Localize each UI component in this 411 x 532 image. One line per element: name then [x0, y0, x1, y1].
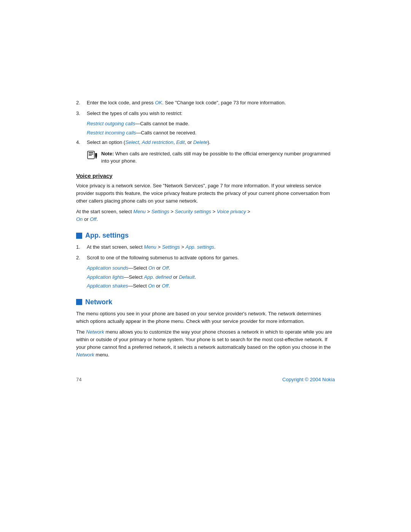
restrict-outgoing: Restrict outgoing calls—Calls cannot be …: [87, 120, 335, 128]
security-settings-link[interactable]: Security settings: [175, 209, 211, 214]
app-settings-link[interactable]: App. settings: [185, 244, 214, 250]
restrict-incoming-link[interactable]: Restrict incoming calls: [87, 130, 136, 136]
note-body: When calls are restricted, calls still m…: [101, 151, 330, 164]
page-content: 2. Enter the lock code, and press OK. Se…: [76, 0, 335, 420]
app-lights-default[interactable]: Default: [179, 274, 194, 280]
app-sounds-on[interactable]: On: [148, 265, 155, 271]
app-settings-icon: [76, 233, 82, 239]
svg-rect-3: [89, 155, 92, 156]
select-link[interactable]: Select: [125, 139, 139, 145]
note-text: Note: When calls are restricted, calls s…: [101, 150, 335, 165]
restrict-outgoing-text: —Calls cannot be made.: [135, 121, 189, 126]
list-num-3: 3.: [76, 110, 87, 117]
list-item-3: 3. Select the types of calls you wish to…: [76, 110, 335, 117]
app-shakes-link[interactable]: Application shakes: [87, 283, 128, 289]
app-lights-item: Application lights—Select App. defined o…: [87, 273, 335, 281]
list-content-2: Enter the lock code, and press OK. See "…: [87, 99, 335, 107]
network-link2[interactable]: Network: [76, 352, 94, 358]
restrict-outgoing-link[interactable]: Restrict outgoing calls: [87, 121, 135, 126]
svg-rect-5: [96, 157, 97, 158]
voice-privacy-para1: Voice privacy is a network service. See …: [76, 182, 335, 205]
page-footer: 74 Copyright © 2004 Nokia: [76, 374, 335, 382]
app-sounds-off[interactable]: Off: [162, 265, 169, 271]
note-icon: [87, 151, 97, 159]
app-step2-num: 2.: [76, 254, 87, 262]
note-bold: Note:: [101, 151, 114, 157]
app-settings-heading-container: App. settings: [76, 232, 335, 240]
settings-link-vp[interactable]: Settings: [151, 209, 169, 214]
app-lights-link[interactable]: Application lights: [87, 274, 124, 280]
app-step2-content: Scroll to one of the following submenus …: [87, 254, 335, 262]
network-link1[interactable]: Network: [86, 329, 104, 335]
add-restriction-link[interactable]: Add restriction: [142, 139, 174, 145]
footer-copyright: Copyright © 2004 Nokia: [282, 377, 335, 382]
voice-privacy-para2: At the start screen, select Menu > Setti…: [76, 208, 335, 223]
app-sounds-item: Application sounds—Select On or Off.: [87, 264, 335, 272]
edit-link[interactable]: Edit: [176, 139, 185, 145]
menu-link-as[interactable]: Menu: [144, 244, 156, 250]
app-settings-title: App. settings: [85, 232, 129, 240]
app-step1-num: 1.: [76, 243, 87, 251]
list-item-4: 4. Select an option (Select, Add restric…: [76, 139, 335, 146]
svg-rect-2: [89, 154, 93, 155]
restrict-incoming: Restrict incoming calls—Calls cannot be …: [87, 129, 335, 137]
menu-link-vp[interactable]: Menu: [133, 209, 146, 214]
network-para1: The menu options you see in your phone a…: [76, 310, 335, 325]
network-icon: [76, 299, 82, 305]
app-settings-step2: 2. Scroll to one of the following submen…: [76, 254, 335, 262]
page-number: 74: [76, 377, 81, 382]
app-step1-content: At the start screen, select Menu > Setti…: [87, 243, 335, 251]
svg-rect-4: [95, 153, 97, 157]
list-item-2: 2. Enter the lock code, and press OK. Se…: [76, 99, 335, 107]
ok-link[interactable]: OK: [155, 100, 162, 105]
app-lights-dash: —Select: [124, 274, 144, 280]
app-sounds-dash: —Select: [128, 265, 148, 271]
network-title: Network: [85, 298, 112, 306]
app-settings-step1: 1. At the start screen, select Menu > Se…: [76, 243, 335, 251]
restrict-incoming-text: —Calls cannot be received.: [136, 130, 196, 136]
app-sounds-link[interactable]: Application sounds: [87, 265, 128, 271]
note-box: Note: When calls are restricted, calls s…: [87, 150, 335, 165]
list-num-4: 4.: [76, 139, 87, 146]
app-lights-appdefined[interactable]: App. defined: [144, 274, 172, 280]
app-shakes-on[interactable]: On: [148, 283, 155, 289]
delete-link[interactable]: Delete: [193, 139, 208, 145]
network-heading-container: Network: [76, 298, 335, 306]
voice-privacy-heading: Voice privacy: [76, 173, 335, 179]
svg-rect-1: [89, 152, 93, 153]
app-shakes-dash: —Select: [128, 283, 148, 289]
app-shakes-off[interactable]: Off: [162, 283, 168, 289]
on-link-vp[interactable]: On: [76, 216, 83, 222]
settings-link-as[interactable]: Settings: [162, 244, 180, 250]
list-content-4: Select an option (Select, Add restrictio…: [87, 139, 335, 146]
list-num-2: 2.: [76, 99, 87, 107]
app-shakes-item: Application shakes—Select On or Off.: [87, 282, 335, 290]
off-link-vp[interactable]: Off: [90, 216, 96, 222]
network-para2: The Network menu allows you to customize…: [76, 328, 335, 359]
list-content-3: Select the types of calls you wish to re…: [87, 110, 335, 117]
voice-privacy-link[interactable]: Voice privacy: [217, 209, 246, 214]
